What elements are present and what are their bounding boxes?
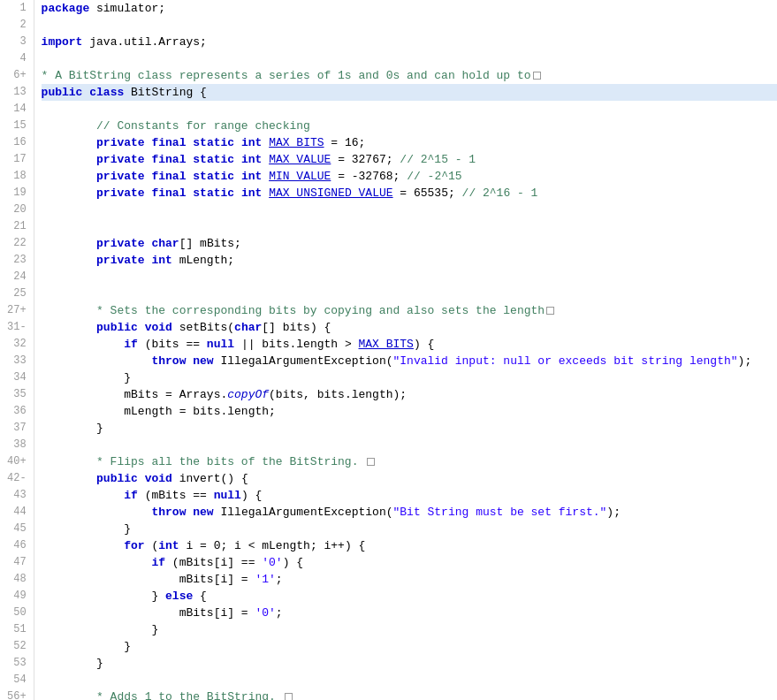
line-number: 25 [7, 285, 27, 302]
line-number: 23 [7, 252, 27, 269]
code-content[interactable]: package simulator; import java.util.Arra… [34, 0, 777, 700]
line-number: 48 [7, 571, 27, 588]
code-line: private final static int MIN_VALUE = -32… [42, 168, 777, 185]
code-line: mBits[i] = '1'; [42, 571, 777, 588]
line-number: 56+ [7, 689, 27, 700]
line-number: 51 [7, 621, 27, 638]
code-line: private char[] mBits; [42, 235, 777, 252]
code-line: if (mBits == null) { [42, 487, 777, 504]
code-line [42, 269, 777, 285]
line-number: 20 [7, 202, 27, 218]
line-numbers-gutter: 12346+1314151617181920212223242527+31-32… [0, 0, 34, 700]
line-number: 24 [7, 269, 27, 285]
line-number: 19 [7, 185, 27, 202]
code-line [42, 17, 777, 34]
code-line: } [42, 521, 777, 537]
line-number: 13 [7, 84, 27, 101]
code-line: package simulator; [42, 0, 777, 17]
code-line [42, 202, 777, 218]
line-number: 33 [7, 353, 27, 369]
line-number: 21 [7, 218, 27, 235]
line-number: 27+ [7, 302, 27, 319]
line-number: 42- [7, 470, 27, 487]
code-line: } [42, 420, 777, 437]
line-number: 50 [7, 605, 27, 621]
line-number: 18 [7, 168, 27, 185]
line-number: 2 [7, 17, 27, 34]
code-line [42, 50, 777, 67]
line-number: 46 [7, 537, 27, 554]
code-line: if (bits == null || bits.length > MAX_BI… [42, 336, 777, 353]
code-line: public void invert() { [42, 470, 777, 487]
code-line [42, 285, 777, 302]
line-number: 22 [7, 235, 27, 252]
code-line: } [42, 621, 777, 638]
fold-box-icon[interactable] [367, 458, 375, 466]
code-line: private final static int MAX_VALUE = 327… [42, 151, 777, 168]
code-line: import java.util.Arrays; [42, 34, 777, 50]
code-line [42, 672, 777, 689]
code-line: } [42, 369, 777, 386]
line-number: 31- [7, 319, 27, 336]
line-number: 43 [7, 487, 27, 504]
code-line: private int mLength; [42, 252, 777, 269]
line-number: 52 [7, 638, 27, 655]
fold-box-icon[interactable] [533, 72, 541, 80]
line-number: 16 [7, 134, 27, 151]
line-number: 3 [7, 34, 27, 50]
line-number: 32 [7, 336, 27, 353]
line-number: 36 [7, 403, 27, 420]
code-line: throw new IllegalArgumentException("Bit … [42, 504, 777, 521]
code-line: * Sets the corresponding bits by copying… [42, 302, 777, 319]
code-line: } [42, 655, 777, 672]
line-number: 17 [7, 151, 27, 168]
code-line [42, 101, 777, 118]
code-line: * Adds 1 to the BitString. [42, 689, 777, 700]
code-line: private final static int MAX_BITS = 16; [42, 134, 777, 151]
line-number: 54 [7, 672, 27, 689]
code-line: * Flips all the bits of the BitString. [42, 453, 777, 470]
line-number: 14 [7, 101, 27, 118]
code-line: * A BitString class represents a series … [42, 67, 777, 84]
code-line: } else { [42, 588, 777, 605]
code-line: // Constants for range checking [42, 118, 777, 134]
code-line: public void setBits(char[] bits) { [42, 319, 777, 336]
line-number: 47 [7, 554, 27, 571]
code-line: private final static int MAX_UNSIGNED_VA… [42, 185, 777, 202]
code-editor: 12346+1314151617181920212223242527+31-32… [0, 0, 777, 700]
line-number: 44 [7, 504, 27, 521]
code-line: mBits[i] = '0'; [42, 605, 777, 621]
fold-box-icon[interactable] [285, 693, 293, 700]
line-number: 6+ [7, 67, 27, 84]
line-number: 1 [7, 0, 27, 17]
code-line [42, 437, 777, 453]
line-number: 15 [7, 118, 27, 134]
line-number: 45 [7, 521, 27, 537]
fold-box-icon[interactable] [546, 307, 554, 315]
line-number: 35 [7, 386, 27, 403]
line-number: 38 [7, 437, 27, 453]
line-number: 37 [7, 420, 27, 437]
line-number: 34 [7, 369, 27, 386]
code-line: for (int i = 0; i < mLength; i++) { [42, 537, 777, 554]
code-line: } [42, 638, 777, 655]
code-line: throw new IllegalArgumentException("Inva… [42, 353, 777, 369]
line-number: 49 [7, 588, 27, 605]
line-number: 40+ [7, 453, 27, 470]
line-number: 53 [7, 655, 27, 672]
code-line: public class BitString { [42, 84, 777, 101]
code-line: mLength = bits.length; [42, 403, 777, 420]
code-line [42, 218, 777, 235]
code-line: if (mBits[i] == '0') { [42, 554, 777, 571]
code-line: mBits = Arrays.copyOf(bits, bits.length)… [42, 386, 777, 403]
line-number: 4 [7, 50, 27, 67]
